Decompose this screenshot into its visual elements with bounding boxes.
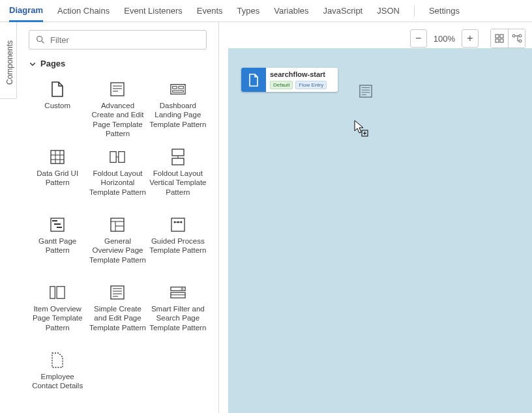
canvas-toolbar: − 100% + [410,29,525,48]
svg-point-0 [37,36,42,42]
smart-filter-icon [170,285,186,300]
page-icon [50,81,65,97]
svg-point-49 [512,35,515,37]
side-tab-label: Components [5,36,14,89]
svg-rect-2 [111,83,124,96]
component-adv-create-edit[interactable]: Advanced Create and Edit Page Template P… [89,79,146,141]
component-label: Employee Contact Details [29,372,86,410]
svg-rect-29 [171,218,185,231]
grid-view-button[interactable] [491,29,508,48]
item-overview-icon [50,285,65,300]
component-item-overview[interactable]: Item Overview Page Template Pattern [29,282,86,345]
tab-event-listeners[interactable]: Event Listeners [124,0,183,22]
svg-point-50 [519,35,522,37]
component-label: Data Grid UI Pattern [29,169,86,206]
filter-input[interactable] [29,30,207,50]
cursor-icon [354,120,368,139]
section-pages-label: Pages [40,59,65,68]
search-icon [35,35,46,45]
side-tab-components[interactable]: Components [0,22,17,99]
tree-icon [512,34,522,43]
component-palette: Pages Custom Advanced Create and Edit Pa… [17,22,219,413]
simple-form-icon [110,285,125,300]
overview-icon [110,217,125,233]
svg-rect-10 [51,150,64,164]
svg-point-51 [519,40,522,42]
diagram-canvas[interactable]: searchflow-start Default Flow Entry [228,48,532,413]
svg-rect-35 [57,287,65,298]
component-foldout-v[interactable]: Foldout Layout Vertical Template Pattern [149,147,207,209]
svg-rect-22 [52,220,57,221]
chevron-down-icon [29,60,37,68]
svg-point-42 [181,288,183,290]
component-label: Dashboard Landing Page Template Pattern [149,101,207,139]
tab-divider [414,5,415,17]
svg-rect-18 [172,149,184,156]
component-gantt[interactable]: Gantt Page Pattern [29,214,86,277]
component-label: Foldout Layout Horizontal Template Patte… [89,169,146,206]
component-smart-filter[interactable]: Smart Filter and Search Page Template Pa… [149,282,207,345]
svg-rect-9 [173,91,184,93]
tab-action-chains[interactable]: Action Chains [57,0,110,22]
badge-flow-entry: Flow Entry [295,81,327,89]
component-foldout-h[interactable]: Foldout Layout Horizontal Template Patte… [89,147,146,209]
component-guided-process[interactable]: Guided Process Template Pattern [149,214,207,277]
tab-types[interactable]: Types [237,0,260,22]
zoom-out-button[interactable]: − [410,29,427,48]
tab-events[interactable]: Events [197,0,223,22]
tab-variables[interactable]: Variables [274,0,308,22]
component-label: Simple Create and Edit Page Template Pat… [89,304,146,342]
svg-rect-47 [495,39,499,42]
component-label: Smart Filter and Search Page Template Pa… [149,304,207,342]
component-dashboard-landing[interactable]: Dashboard Landing Page Template Pattern [149,79,207,141]
top-tabs: Diagram Action Chains Event Listeners Ev… [0,0,532,22]
component-label: Custom [29,101,86,139]
guided-icon [170,217,186,233]
component-general-overview[interactable]: General Overview Page Template Pattern [89,214,146,277]
grid-icon [50,149,65,165]
svg-rect-25 [111,218,124,231]
svg-rect-7 [173,86,177,89]
svg-line-1 [42,41,44,43]
component-label: Foldout Layout Vertical Template Pattern [149,169,207,206]
component-simple-create-edit[interactable]: Simple Create and Edit Page Template Pat… [89,282,146,345]
foldout-v-icon [170,149,186,165]
tab-json[interactable]: JSON [377,0,400,22]
component-label: General Overview Page Template Pattern [89,236,146,274]
component-label: Guided Process Template Pattern [149,236,207,274]
node-title: searchflow-start [270,70,334,78]
page-icon [241,68,266,92]
badge-default: Default [270,81,293,89]
svg-rect-48 [500,39,503,42]
zoom-in-button[interactable]: + [462,29,479,48]
tab-diagram[interactable]: Diagram [9,0,43,22]
foldout-h-icon [110,149,125,165]
grid-icon [495,34,504,43]
tab-settings[interactable]: Settings [429,0,460,22]
svg-rect-15 [110,152,116,163]
tree-view-button[interactable] [508,29,525,48]
svg-rect-8 [179,86,183,89]
svg-rect-46 [500,35,503,38]
component-data-grid[interactable]: Data Grid UI Pattern [29,147,86,209]
component-employee-contact[interactable]: Employee Contact Details [29,350,86,412]
svg-rect-24 [57,227,62,228]
svg-rect-45 [495,35,499,38]
form-icon [110,81,125,97]
flow-node-searchflow-start[interactable]: searchflow-start Default Flow Entry [241,68,338,92]
component-label: Advanced Create and Edit Page Template P… [89,101,146,139]
drag-preview-icon [359,85,372,98]
svg-rect-19 [172,158,184,165]
page-dashed-icon [50,352,65,368]
component-label: Item Overview Page Template Pattern [29,304,86,342]
component-custom[interactable]: Custom [29,79,86,141]
svg-rect-36 [111,286,124,299]
section-pages-header[interactable]: Pages [29,59,207,68]
tab-javascript[interactable]: JavaScript [323,0,363,22]
canvas-area: − 100% + searchflow-start [219,22,532,413]
svg-rect-23 [54,223,61,225]
gantt-icon [50,217,65,233]
component-label: Gantt Page Pattern [29,236,86,274]
svg-rect-52 [360,85,372,97]
svg-rect-34 [50,287,55,298]
